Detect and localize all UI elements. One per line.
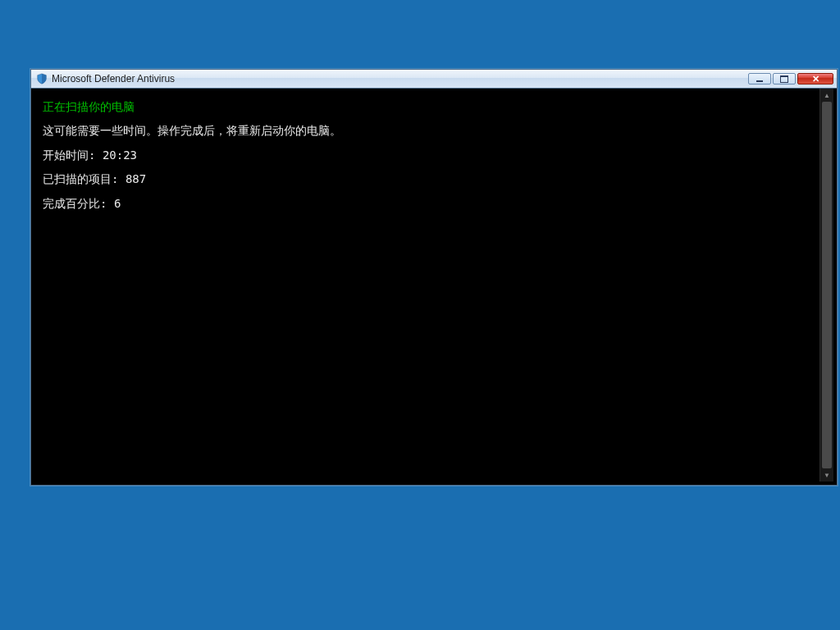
percent-value: 6 xyxy=(114,197,121,210)
app-window: Microsoft Defender Antivirus ✕ 正在扫描你的电脑 … xyxy=(30,69,838,486)
console-output: 正在扫描你的电脑 这可能需要一些时间。操作完成后，将重新启动你的电脑。 开始时间… xyxy=(34,89,819,482)
percent-label: 完成百分比: xyxy=(43,197,107,210)
titlebar[interactable]: Microsoft Defender Antivirus ✕ xyxy=(31,70,837,89)
shield-icon xyxy=(36,73,48,84)
window-title: Microsoft Defender Antivirus xyxy=(52,73,748,84)
scanned-value: 887 xyxy=(126,172,146,185)
maximize-button[interactable] xyxy=(773,73,796,84)
start-time-value: 20:23 xyxy=(103,148,137,162)
scroll-up-arrow-icon[interactable]: ▲ xyxy=(820,89,833,102)
vertical-scrollbar[interactable]: ▲ ▼ xyxy=(819,89,833,482)
scroll-thumb[interactable] xyxy=(822,102,832,468)
start-time-label: 开始时间: xyxy=(43,148,95,162)
scroll-track[interactable] xyxy=(820,102,833,468)
minimize-button[interactable] xyxy=(748,73,771,84)
scan-message: 这可能需要一些时间。操作完成后，将重新启动你的电脑。 xyxy=(43,124,341,137)
window-controls: ✕ xyxy=(748,73,833,84)
close-button[interactable]: ✕ xyxy=(797,73,833,84)
scroll-down-arrow-icon[interactable]: ▼ xyxy=(820,468,833,482)
scanned-label: 已扫描的项目: xyxy=(43,172,118,185)
scan-heading: 正在扫描你的电脑 xyxy=(43,100,135,113)
client-area: 正在扫描你的电脑 这可能需要一些时间。操作完成后，将重新启动你的电脑。 开始时间… xyxy=(34,89,833,482)
